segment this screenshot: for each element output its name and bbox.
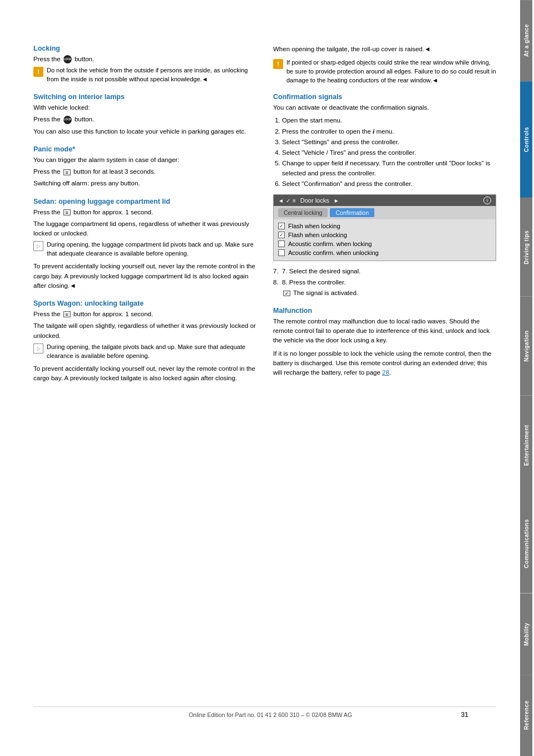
sidebar-tab-controls[interactable]: Controls <box>520 81 532 198</box>
right-sidebar: At a glance Controls Driving tips Naviga… <box>518 0 534 756</box>
step-8: 8. 8. Press the controller. <box>273 278 496 287</box>
section-interior-lamps: Switching on interior lamps With vehicle… <box>33 93 256 136</box>
step-3: Select "Settings" and press the controll… <box>282 138 496 147</box>
interior-lamps-title: Switching on interior lamps <box>33 93 256 101</box>
confirmation-signals-steps: Open the start menu. Press the controlle… <box>273 116 496 189</box>
sports-wagon-body3: To prevent accidentally locking yourself… <box>33 364 256 384</box>
door-locks-item-3: Acoustic confirm. when locking <box>278 239 491 248</box>
page-number: 31 <box>461 711 468 719</box>
left-column: Locking Press the LOCK button. ! Do not … <box>33 45 256 706</box>
checkbox-flash-locking[interactable]: ✓ <box>278 223 285 229</box>
door-locks-nav: ◄ ✓ ≡ Door locks ► <box>278 197 339 204</box>
sports-wagon-body2: The tailgate will open slightly, regardl… <box>33 321 256 341</box>
flash-locking-label: Flash when locking <box>288 223 340 229</box>
sidebar-tab-at-glance[interactable]: At a glance <box>520 0 532 81</box>
info-icon: i <box>483 197 491 204</box>
door-locks-tabs: Central locking Confirmation <box>274 206 496 219</box>
page-footer: Online Edition for Part no. 01 41 2 600 … <box>33 706 496 723</box>
list-icon: ≡ <box>293 198 296 204</box>
tailgate-text: When opening the tailgate, the roll-up c… <box>273 45 496 54</box>
step-2: Press the controller to open the i menu. <box>282 127 496 136</box>
sports-wagon-note-box: ▷ During opening, the tailgate pivots ba… <box>33 343 256 361</box>
sports-wagon-body1: Press the ≡ button for approx. 1 second. <box>33 310 256 319</box>
panic-mode-title: Panic mode* <box>33 145 256 153</box>
sidebar-tab-communications[interactable]: Communications <box>520 494 532 593</box>
note-triangle-icon-2: ▷ <box>33 343 43 354</box>
door-locks-label: Door locks <box>300 197 329 204</box>
malfunction-body1: The remote control may malfunction due t… <box>273 317 496 346</box>
sedan-note-box: ▷ During opening, the luggage compartmen… <box>33 240 256 258</box>
section-malfunction: Malfunction The remote control may malfu… <box>273 307 496 378</box>
acoustic-locking-label: Acoustic confirm. when locking <box>288 240 372 247</box>
sedan-title: Sedan: opening luggage compartment lid <box>33 198 256 205</box>
section-locking-title: Locking <box>33 45 256 52</box>
sidebar-tab-reference[interactable]: Reference <box>520 675 532 756</box>
warning-icon: ! <box>33 67 43 77</box>
sedan-note-text: During opening, the luggage compartment … <box>47 240 256 258</box>
confirmation-signals-intro: You can activate or deactivate the confi… <box>273 103 496 112</box>
arrow-right-icon: ► <box>334 198 339 204</box>
right-column: When opening the tailgate, the roll-up c… <box>273 45 496 706</box>
malfunction-body2: If it is no longer possible to lock the … <box>273 349 496 378</box>
section-panic-mode: Panic mode* You can trigger the alarm sy… <box>33 145 256 189</box>
locking-body: Press the LOCK button. <box>33 55 256 64</box>
checkbox-flash-unlocking[interactable]: ✓ <box>278 232 285 238</box>
main-content: Locking Press the LOCK button. ! Do not … <box>0 0 518 756</box>
step-5: Change to upper field if necessary. Turn… <box>282 159 496 178</box>
two-columns: Locking Press the LOCK button. ! Do not … <box>33 45 496 706</box>
step-7: 7. 7. Select the desired signal. <box>273 267 496 276</box>
tab-confirmation[interactable]: Confirmation <box>330 208 374 217</box>
door-locks-item-4: Acoustic confirm. when unlocking <box>278 248 491 257</box>
rear-window-warning: ! If pointed or sharp-edged objects coul… <box>273 58 496 85</box>
section-locking: Locking Press the LOCK button. ! Do not … <box>33 45 256 84</box>
door-locks-item-2: ✓ Flash when unlocking <box>278 230 491 239</box>
interior-lamps-body2: Press the LOCK button. <box>33 115 256 124</box>
checkbox-acoustic-unlocking[interactable] <box>278 249 285 256</box>
panic-mode-body3: Switching off alarm: press any button. <box>33 179 256 188</box>
door-locks-item-1: ✓ Flash when locking <box>278 222 491 230</box>
step-8b: ✓ The signal is activated. <box>282 288 496 298</box>
confirmation-signals-title: Confirmation signals <box>273 93 496 101</box>
sports-wagon-title: Sports Wagon: unlocking tailgate <box>33 300 256 307</box>
section-confirmation-signals: Confirmation signals You can activate or… <box>273 93 496 298</box>
door-locks-items: ✓ Flash when locking ✓ Flash when unlock… <box>274 219 496 261</box>
interior-lamps-body3: You can also use this function to locate… <box>33 127 256 136</box>
checkmark-icon: ✓ <box>286 198 290 204</box>
door-locks-header: ◄ ✓ ≡ Door locks ► i <box>274 195 496 206</box>
malfunction-title: Malfunction <box>273 307 496 315</box>
flash-unlocking-label: Flash when unlocking <box>288 232 347 238</box>
panic-mode-body2: Press the ≡ button for at least 3 second… <box>33 167 256 176</box>
sports-wagon-note-text: During opening, the tailgate pivots back… <box>47 343 256 361</box>
sidebar-tab-entertainment[interactable]: Entertainment <box>520 396 532 495</box>
locking-warning-text: Do not lock the vehicle from the outside… <box>47 66 256 84</box>
locking-warning: ! Do not lock the vehicle from the outsi… <box>33 66 256 84</box>
step-1: Open the start menu. <box>282 116 496 125</box>
panic-mode-body1: You can trigger the alarm system in case… <box>33 155 256 165</box>
checkbox-acoustic-locking[interactable] <box>278 240 285 247</box>
sidebar-tab-mobility[interactable]: Mobility <box>520 593 532 675</box>
arrow-left-icon: ◄ <box>278 198 284 204</box>
note-triangle-icon: ▷ <box>33 241 43 251</box>
section-sedan: Sedan: opening luggage compartment lid P… <box>33 198 256 291</box>
sedan-body1: Press the ≡ button for approx. 1 second. <box>33 208 256 217</box>
door-locks-ui: ◄ ✓ ≡ Door locks ► i Central locking Con… <box>273 194 496 261</box>
tab-central-locking[interactable]: Central locking <box>278 208 328 217</box>
sedan-body3: To prevent accidentally locking yourself… <box>33 262 256 291</box>
section-sports-wagon: Sports Wagon: unlocking tailgate Press t… <box>33 300 256 383</box>
rear-window-warning-text: If pointed or sharp-edged objects could … <box>286 58 496 85</box>
sidebar-tabs-container: At a glance Controls Driving tips Naviga… <box>520 0 532 756</box>
step-6: Select "Confirmation" and press the cont… <box>282 179 496 189</box>
footer-text: Online Edition for Part no. 01 41 2 600 … <box>189 711 352 718</box>
warning-icon-2: ! <box>273 59 283 69</box>
sidebar-tab-navigation[interactable]: Navigation <box>520 297 532 396</box>
sedan-body2: The luggage compartment lid opens, regar… <box>33 219 256 239</box>
page-container: Locking Press the LOCK button. ! Do not … <box>0 0 534 756</box>
step-4: Select "Vehicle / Tires" and press the c… <box>282 148 496 158</box>
interior-lamps-body1: With vehicle locked: <box>33 103 256 112</box>
acoustic-unlocking-label: Acoustic confirm. when unlocking <box>288 249 379 256</box>
sidebar-tab-driving-tips[interactable]: Driving tips <box>520 198 532 297</box>
page-link-28[interactable]: 28 <box>382 369 389 376</box>
